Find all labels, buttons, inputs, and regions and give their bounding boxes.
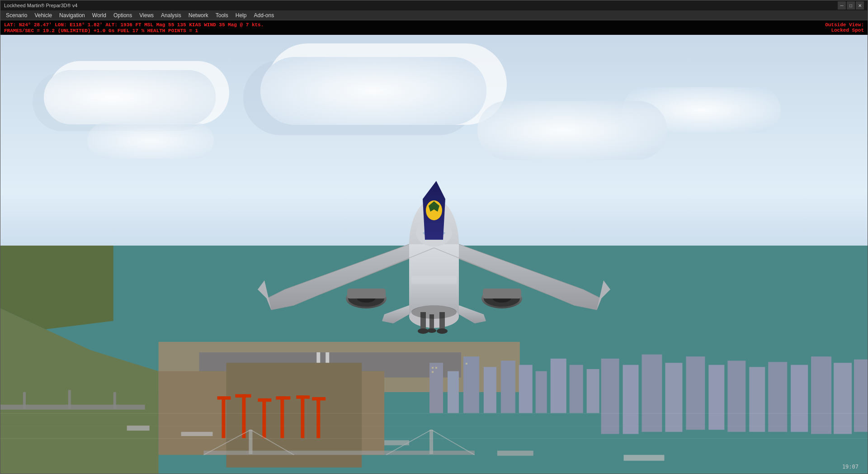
svg-rect-28 — [316, 397, 320, 438]
svg-rect-103 — [411, 276, 457, 284]
title-bar-controls: ─ □ ✕ — [838, 1, 864, 9]
menu-item-options[interactable]: Options — [110, 10, 136, 20]
menu-item-analysis[interactable]: Analysis — [157, 10, 185, 20]
app-window: Lockheed Martin® Prepar3D® v4 ─ □ ✕ Scen… — [0, 0, 868, 474]
cloud-4 — [87, 123, 214, 159]
close-button[interactable]: ✕ — [856, 1, 864, 9]
svg-rect-83 — [347, 289, 386, 299]
svg-rect-62 — [834, 363, 852, 434]
menu-item-world[interactable]: World — [89, 10, 110, 20]
svg-rect-51 — [601, 358, 619, 434]
maximize-button[interactable]: □ — [847, 1, 855, 9]
svg-marker-78 — [258, 280, 271, 310]
svg-rect-30 — [0, 404, 145, 409]
svg-rect-31 — [23, 392, 26, 409]
svg-rect-54 — [665, 363, 682, 432]
svg-rect-45 — [501, 360, 515, 413]
hud-line-2: FRAMES/SEC = 19.2 (UNLIMITED) +1.0 Gs FU… — [4, 28, 264, 33]
svg-rect-26 — [301, 395, 304, 438]
menu-item-addons[interactable]: Add-ons — [250, 10, 278, 20]
menu-bar: ScenarioVehicleNavigationWorldOptionsVie… — [0, 10, 868, 20]
svg-rect-73 — [0, 413, 868, 414]
title-bar-left: Lockheed Martin® Prepar3D® v4 — [4, 3, 77, 8]
time-display: 19:07 — [842, 464, 859, 470]
menu-item-tools[interactable]: Tools — [212, 10, 232, 20]
svg-point-100 — [437, 328, 448, 334]
svg-marker-79 — [597, 280, 610, 310]
svg-rect-68 — [127, 426, 150, 431]
svg-rect-36 — [429, 430, 433, 454]
svg-rect-55 — [686, 356, 705, 430]
svg-rect-44 — [484, 367, 496, 413]
menu-item-navigation[interactable]: Navigation — [56, 10, 89, 20]
svg-rect-70 — [384, 440, 409, 445]
svg-rect-65 — [435, 367, 437, 369]
svg-rect-23 — [258, 398, 271, 401]
svg-rect-64 — [432, 367, 434, 369]
svg-rect-41 — [429, 363, 443, 413]
svg-rect-48 — [551, 358, 566, 412]
svg-rect-42 — [448, 371, 459, 413]
svg-rect-87 — [483, 289, 521, 299]
svg-rect-47 — [536, 371, 547, 413]
svg-rect-63 — [854, 359, 868, 431]
svg-rect-43 — [463, 356, 479, 413]
svg-marker-96 — [459, 305, 486, 323]
svg-marker-95 — [382, 305, 409, 323]
svg-rect-27 — [296, 395, 310, 398]
svg-rect-21 — [235, 394, 251, 397]
svg-rect-19 — [217, 396, 231, 399]
svg-rect-71 — [497, 450, 533, 455]
hud-line-1: LAT: N24° 28.47' LON: E118° 1.82' ALT: 1… — [4, 22, 264, 28]
svg-rect-57 — [727, 360, 745, 431]
hud-view-mode: Outside View: — [825, 22, 864, 28]
hud-right: Outside View: Locked Spot — [825, 22, 864, 33]
svg-rect-20 — [242, 394, 245, 438]
svg-rect-67 — [466, 363, 467, 365]
menu-item-network[interactable]: Network — [185, 10, 212, 20]
svg-rect-59 — [768, 362, 787, 432]
viewport: 19:07 — [0, 35, 868, 474]
svg-rect-25 — [276, 396, 290, 399]
svg-point-102 — [427, 328, 436, 333]
svg-rect-22 — [262, 398, 266, 438]
svg-rect-35 — [249, 430, 252, 454]
svg-rect-74 — [0, 426, 868, 426]
svg-rect-58 — [749, 367, 765, 431]
svg-rect-50 — [587, 369, 599, 413]
svg-rect-60 — [791, 365, 808, 431]
hud-bar: LAT: N24° 28.47' LON: E118° 1.82' ALT: 1… — [0, 20, 868, 35]
hud-camera-mode: Locked Spot — [825, 28, 864, 33]
svg-rect-18 — [222, 396, 225, 438]
svg-rect-32 — [68, 390, 71, 409]
menu-item-help[interactable]: Help — [232, 10, 250, 20]
svg-rect-49 — [570, 365, 583, 412]
svg-point-106 — [411, 305, 457, 319]
svg-rect-69 — [181, 431, 213, 436]
svg-point-98 — [418, 328, 429, 334]
airplane — [231, 145, 637, 335]
svg-rect-56 — [708, 365, 724, 429]
title-text: Lockheed Martin® Prepar3D® v4 — [4, 3, 77, 8]
svg-rect-52 — [623, 365, 639, 434]
menu-item-vehicle[interactable]: Vehicle — [31, 10, 56, 20]
menu-item-scenario[interactable]: Scenario — [2, 10, 31, 20]
svg-rect-33 — [113, 392, 116, 409]
svg-rect-29 — [312, 397, 326, 400]
svg-rect-72 — [624, 455, 665, 460]
svg-rect-46 — [519, 365, 533, 412]
svg-rect-75 — [0, 438, 868, 439]
cloud-1 — [44, 70, 216, 124]
title-bar: Lockheed Martin® Prepar3D® v4 ─ □ ✕ — [0, 0, 868, 10]
menu-item-views[interactable]: Views — [136, 10, 157, 20]
svg-rect-53 — [642, 354, 662, 431]
hud-left: LAT: N24° 28.47' LON: E118° 1.82' ALT: 1… — [4, 22, 264, 33]
cloud-2 — [260, 57, 486, 125]
svg-rect-34 — [204, 450, 475, 455]
svg-rect-61 — [811, 356, 831, 434]
svg-rect-24 — [280, 396, 284, 438]
minimize-button[interactable]: ─ — [838, 1, 846, 9]
svg-rect-66 — [432, 371, 434, 373]
